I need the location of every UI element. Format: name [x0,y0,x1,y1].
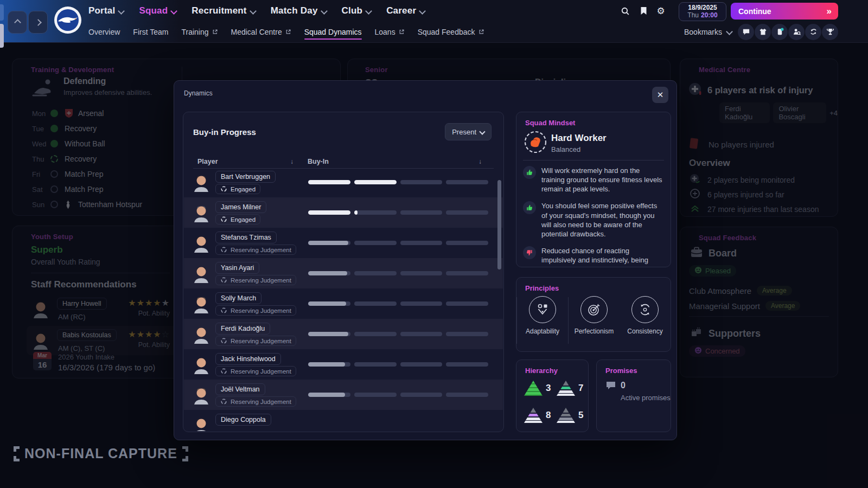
day-time-value: Thu20:00 [687,12,717,20]
cycle-icon [631,296,659,323]
player-row[interactable]: Ferdi Kadıoğlu Reserving Judgement [184,319,503,349]
external-link-icon [285,29,291,35]
trophy-icon[interactable] [822,24,838,40]
sub-nav-item-squad-feedback[interactable]: Squad Feedback [418,22,484,42]
scout-icon[interactable] [788,24,805,40]
main-nav-item-portal[interactable]: Portal [88,5,124,16]
club-crest-logo[interactable] [54,6,82,34]
chat-icon[interactable] [738,24,754,40]
main-nav-item-match-day[interactable]: Match Day [271,5,327,16]
progress-segment [446,301,488,306]
sort-arrow-player[interactable]: ↓ [290,158,293,165]
player-name-pill: Ferdi Kadıoğlu [215,323,270,335]
dynamics-cycle-icon [220,398,227,405]
thumb-up-icon [523,201,536,214]
top-bar: PortalSquadRecruitmentMatch DayClubCaree… [0,0,868,43]
dynamics-cycle-icon [220,368,227,375]
progress-segment [400,241,443,245]
sub-nav-item-loans[interactable]: Loans [375,22,405,42]
sync-icon[interactable] [805,24,821,40]
sub-nav-item-medical-centre[interactable]: Medical Centre [231,22,291,42]
progress-segment [308,241,350,245]
player-name-pill: Stefanos Tzimas [215,232,277,243]
search-icon[interactable] [620,6,630,16]
chevron-down-icon[interactable] [726,28,733,35]
principle-item[interactable]: Consistency [620,296,671,344]
col-header-player[interactable]: Player [197,158,218,165]
hierarchy-count: 3 [546,383,551,394]
player-name-pill: Joël Veltman [215,383,265,395]
player-row[interactable]: Solly March Reserving Judgement [184,288,503,319]
hierarchy-count: 8 [546,410,551,421]
principles-panel: Principles Adaptability Perfectionism Co… [516,277,671,352]
timeframe-value: Present [452,128,476,136]
status-badge: Reserving Judgement [215,336,296,346]
chevron-down-icon [321,8,328,15]
principle-item[interactable]: Perfectionism [569,296,620,344]
sub-nav-item-first-team[interactable]: First Team [133,22,168,42]
sub-nav-item-overview[interactable]: Overview [88,22,120,42]
main-nav-item-recruitment[interactable]: Recruitment [192,5,255,16]
player-name-pill: Yasin Ayari [215,262,259,274]
promises-panel: Promises 0 Active promises [596,359,671,432]
avatar [192,264,211,285]
card-icon[interactable] [771,24,788,40]
status-badge: Engaged [215,214,260,224]
buyin-progress-bar [308,362,488,367]
watermark-bracket-left [14,446,20,461]
continue-button[interactable]: Continue » [731,3,838,20]
main-nav-item-career[interactable]: Career [386,5,425,16]
history-forward-button[interactable] [28,11,48,34]
game-date-display: 18/9/2025 Thu20:00 [679,2,726,21]
progress-segment [308,393,350,397]
player-row[interactable]: Bart Verbruggen Engaged [184,167,503,197]
thumb-down-icon [523,246,536,259]
status-badge: Reserving Judgement [215,245,296,255]
progress-segment [354,393,397,397]
player-list: Bart Verbruggen Engaged James Milner Eng… [184,167,503,431]
sub-nav: Overview First Team Training Medical Cen… [88,22,484,42]
progress-segment [400,332,443,336]
external-link-icon [399,29,405,35]
sub-nav-item-squad-dynamics[interactable]: Squad Dynamics [304,22,362,42]
dynamics-cycle-icon [220,337,227,344]
status-badge: Reserving Judgement [215,275,296,285]
player-row[interactable]: Stefanos Tzimas Reserving Judgement [184,228,503,258]
main-nav-item-club[interactable]: Club [342,5,372,16]
chevron-right-icon [35,19,42,26]
progress-segment [354,180,397,184]
double-chevron-right-icon: » [827,6,831,17]
avatar [192,294,211,316]
buyin-progress-bar [308,332,488,336]
panel-title: Squad Mindset [525,119,575,127]
bookmark-icon[interactable] [639,6,648,16]
dynamics-modal: Dynamics ✕ Buy-in Progress Present Playe… [174,80,677,440]
gear-icon[interactable]: ⚙ [656,6,666,16]
panel-title: Principles [525,284,559,292]
player-row[interactable]: James Milner Engaged [184,197,503,228]
chevron-down-icon [365,8,372,15]
mindset-point: You should feel some positive effects of… [516,197,671,242]
player-row[interactable]: Joël Veltman Reserving Judgement [184,380,503,410]
col-header-buyin[interactable]: Buy-In [308,158,329,165]
bookmarks-toolbar: Bookmarks [684,22,838,42]
dynamics-cycle-icon [220,216,227,223]
main-nav-item-squad[interactable]: Squad [139,5,176,16]
timeframe-dropdown[interactable]: Present [445,123,492,140]
player-row[interactable]: Diego Coppola [184,410,503,431]
history-back-button[interactable] [8,11,27,34]
bookmarks-dropdown[interactable]: Bookmarks [684,28,722,36]
principle-item[interactable]: Adaptability [517,296,568,344]
hierarchy-count: 5 [578,410,583,421]
chevron-down-icon [250,8,257,15]
scrollbar-thumb[interactable] [497,180,501,269]
progress-segment [400,210,443,215]
player-row[interactable]: Jack Hinshelwood Reserving Judgement [184,349,503,380]
sort-arrow-buyin[interactable]: ↓ [478,158,482,165]
player-row[interactable]: Yasin Ayari Reserving Judgement [184,258,503,288]
buyin-progress-bar [308,393,488,397]
buyin-progress-bar [308,271,488,275]
shirt-icon[interactable] [755,24,771,40]
sub-nav-item-training[interactable]: Training [181,22,218,42]
close-icon[interactable]: ✕ [652,87,668,103]
